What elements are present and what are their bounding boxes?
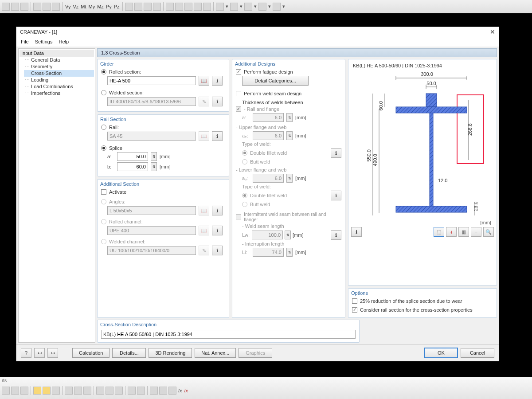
render-button[interactable]: 3D Rendering	[149, 348, 192, 358]
toolbar-icon[interactable]	[134, 3, 142, 11]
splice-radio[interactable]	[101, 145, 106, 151]
toolbar-icon[interactable]	[33, 3, 41, 11]
toolbar-icon[interactable]	[20, 3, 28, 11]
view-section-button[interactable]: ⫞	[446, 227, 457, 237]
nav-item-general[interactable]: General Data	[24, 57, 94, 63]
toolbar-icon[interactable]	[128, 387, 136, 395]
toolbar-icon[interactable]	[2, 387, 10, 395]
toolbar-icon[interactable]	[168, 387, 176, 395]
detail-categories-button[interactable]: Detail Categories...	[242, 76, 309, 86]
toolbar-icon[interactable]	[273, 3, 281, 11]
prev-button[interactable]: ↤	[34, 348, 45, 358]
toolbar-icon[interactable]	[115, 387, 123, 395]
toolbar-icon[interactable]	[194, 3, 202, 11]
zoom-fit-button[interactable]: 🔍	[483, 227, 494, 237]
toolbar-token[interactable]: My	[88, 4, 96, 9]
welded-section-radio[interactable]	[101, 90, 106, 95]
menu-help[interactable]: Help	[59, 39, 69, 44]
toolbar-icon[interactable]	[230, 3, 238, 11]
toolbar-icon[interactable]	[159, 387, 167, 395]
toolbar-icon[interactable]	[52, 3, 60, 11]
view-iso-button[interactable]: ⬚	[434, 227, 444, 237]
toolbar-icon[interactable]	[153, 3, 161, 11]
toolbar-icon[interactable]	[43, 3, 51, 11]
dropdown-icon[interactable]: ▾	[254, 3, 257, 11]
spinner-icon[interactable]: ⇅	[151, 152, 157, 161]
rail-radio[interactable]	[101, 125, 106, 130]
toolbar-icon[interactable]	[175, 3, 183, 11]
toolbar-token[interactable]: Mt	[80, 4, 86, 9]
toolbar-icon[interactable]	[2, 3, 10, 11]
ok-button[interactable]: OK	[424, 348, 458, 358]
toolbar-icon[interactable]	[244, 3, 252, 11]
info-button[interactable]: ℹ	[212, 206, 223, 215]
toolbar-icon[interactable]	[166, 3, 174, 11]
toolbar-icon[interactable]	[106, 387, 113, 395]
close-icon[interactable]: ✕	[490, 28, 495, 35]
toolbar-icon[interactable]	[11, 3, 19, 11]
toolbar-icon[interactable]	[137, 387, 145, 395]
toolbar-token[interactable]: Mz	[97, 4, 104, 9]
nav-item-cross-section[interactable]: Cross-Section	[24, 70, 94, 77]
dropdown-icon[interactable]: ▾	[239, 3, 243, 11]
next-button[interactable]: ↦	[47, 348, 58, 358]
info-button[interactable]: ℹ	[212, 131, 223, 141]
toolbar-icon[interactable]	[184, 3, 192, 11]
details-button[interactable]: Details...	[112, 348, 146, 358]
fatigue-checkbox[interactable]	[236, 69, 241, 74]
toolbar-icon[interactable]	[43, 387, 51, 395]
toolbar-icon[interactable]	[258, 3, 266, 11]
opt1-checkbox[interactable]	[352, 298, 357, 304]
toolbar-icon[interactable]	[216, 3, 224, 11]
weldseam-checkbox[interactable]	[236, 91, 241, 96]
library-button[interactable]: 📖	[199, 76, 209, 86]
description-input[interactable]	[101, 330, 356, 339]
rolled-section-input[interactable]	[107, 76, 196, 85]
toolbar-icon[interactable]	[144, 3, 152, 11]
toolbar-token[interactable]: Vy	[65, 4, 71, 9]
toolbar-icon[interactable]	[52, 387, 60, 395]
toolbar-icon[interactable]	[20, 387, 28, 395]
toolbar-token[interactable]: Pz	[113, 4, 120, 9]
nav-item-geometry[interactable]: Geometry	[24, 63, 94, 70]
nav-item-imperfections[interactable]: Imperfections	[24, 90, 94, 97]
toolbar-icon[interactable]	[125, 3, 133, 11]
info-button[interactable]: ℹ	[212, 246, 223, 255]
menu-file[interactable]: File	[21, 39, 29, 44]
rolled-section-radio[interactable]	[101, 69, 106, 74]
nav-item-loading[interactable]: Loading	[24, 77, 94, 83]
calculation-button[interactable]: Calculation	[72, 348, 110, 358]
spinner-icon[interactable]: ⇅	[151, 162, 157, 171]
splice-b-input[interactable]	[117, 162, 148, 171]
toolbar-icon[interactable]	[150, 387, 158, 395]
nav-item-load-combinations[interactable]: Load Combinations	[24, 83, 94, 90]
info-button[interactable]: ℹ	[331, 148, 341, 158]
dropdown-icon[interactable]: ▾	[225, 3, 229, 11]
toolbar-icon[interactable]	[33, 387, 41, 395]
info-button[interactable]: ℹ	[331, 230, 341, 240]
toolbar-icon[interactable]	[83, 387, 91, 395]
info-button[interactable]: ℹ	[212, 76, 223, 86]
menu-settings[interactable]: Settings	[35, 39, 53, 44]
toolbar-icon[interactable]	[96, 387, 104, 395]
splice-a-input[interactable]	[117, 152, 148, 161]
nat-annex-button[interactable]: Nat. Annex...	[195, 348, 236, 358]
cancel-button[interactable]: Cancel	[461, 348, 494, 358]
dropdown-icon[interactable]: ▾	[282, 3, 286, 11]
toolbar-token[interactable]: Vz	[72, 4, 79, 9]
toolbar-token[interactable]: Py	[106, 4, 112, 9]
toolbar-icon[interactable]	[65, 387, 73, 395]
info-button[interactable]: ℹ	[331, 191, 341, 200]
dropdown-icon[interactable]: ▾	[268, 3, 271, 11]
view-dims-button[interactable]: ▥	[458, 227, 469, 237]
info-button[interactable]: ℹ	[212, 226, 223, 235]
view-axes-button[interactable]: ⌐	[471, 227, 481, 237]
activate-checkbox[interactable]	[101, 189, 106, 195]
toolbar-icon[interactable]	[11, 387, 19, 395]
opt2-checkbox[interactable]	[352, 307, 357, 313]
info-button[interactable]: ℹ	[351, 227, 362, 237]
info-button[interactable]: ℹ	[212, 97, 223, 106]
toolbar-icon[interactable]	[74, 387, 82, 395]
help-button[interactable]: ?	[21, 348, 31, 358]
toolbar-icon[interactable]	[203, 3, 211, 11]
